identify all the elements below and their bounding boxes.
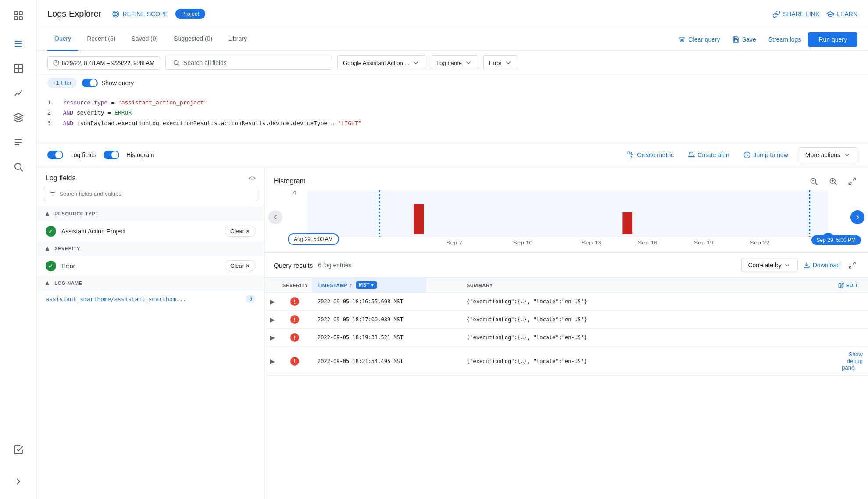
histogram-expand-button[interactable] — [845, 174, 859, 188]
svg-text:Sep 19: Sep 19 — [694, 241, 714, 245]
log-name-selector-button[interactable]: Log name — [431, 55, 478, 70]
histogram-label: Histogram — [126, 151, 154, 158]
severity-chevron-icon: ▲ — [44, 244, 51, 252]
tab-recent[interactable]: Recent (5) — [80, 28, 122, 51]
expand-cell-2[interactable]: ▶ — [265, 312, 277, 327]
th-timestamp[interactable]: TIMESTAMP ↑ MST ▾ — [312, 278, 426, 292]
expand-cell-3[interactable]: ▶ — [265, 330, 277, 345]
search-fields-input[interactable] — [59, 190, 252, 197]
zoom-in-button[interactable] — [826, 174, 840, 188]
log-fields-panel: Log fields <> ▲ RESOURCE TYPE ✓ Assistan — [37, 167, 265, 499]
correlate-by-button[interactable]: Correlate by — [741, 258, 797, 272]
sidebar-logs-icon[interactable] — [8, 132, 29, 153]
severity-label: Error — [489, 60, 502, 66]
learn-label: LEARN — [837, 11, 857, 18]
zoom-out-button[interactable] — [807, 174, 821, 188]
resource-selector-button[interactable]: Google Assistant Action ... — [337, 55, 425, 70]
share-link-button[interactable]: SHARE LINK — [772, 10, 819, 18]
date-range-button[interactable]: 8/29/22, 8:48 AM – 9/29/22, 9:48 AM — [47, 56, 160, 70]
severity-cell-3: ! — [277, 329, 312, 346]
field-checked-icon: ✓ — [46, 226, 56, 237]
sidebar-dashboard-icon[interactable] — [8, 58, 29, 79]
svg-rect-10 — [19, 69, 22, 72]
svg-line-32 — [849, 182, 852, 185]
timestamp-cell-2: 2022-09-05 18:17:00.089 MST — [312, 312, 426, 327]
log-fields-toggle[interactable] — [47, 151, 63, 159]
tab-library[interactable]: Library — [221, 28, 254, 51]
create-metric-button[interactable]: Create metric — [624, 149, 677, 161]
svg-line-53 — [853, 262, 855, 264]
run-query-button[interactable]: Run query — [808, 32, 857, 47]
log-count-badge: 6 log entries — [318, 262, 351, 269]
sidebar-menu-icon[interactable] — [8, 5, 29, 26]
tab-query[interactable]: Query — [47, 28, 78, 51]
filter-icon — [50, 191, 56, 197]
svg-point-17 — [174, 61, 178, 65]
filter-chip[interactable]: +1 filter — [47, 78, 77, 88]
refine-scope-button[interactable]: REFINE SCOPE — [112, 10, 168, 18]
histogram-next-button[interactable] — [850, 210, 864, 224]
search-placeholder: Search all fields — [183, 59, 227, 66]
tab-suggested[interactable]: Suggested (0) — [167, 28, 219, 51]
th-edit[interactable]: EDIT — [833, 278, 868, 292]
end-date-tooltip: Sep 29, 5:00 PM — [811, 235, 861, 245]
resource-label: Google Assistant Action ... — [343, 60, 409, 66]
search-all-fields-input[interactable]: Search all fields — [165, 56, 332, 70]
table-row: ▶ ! 2022-09-05 18:19:31.521 MST {"execut… — [265, 329, 868, 347]
create-alert-button[interactable]: Create alert — [684, 149, 733, 161]
panel-expand-icons[interactable]: <> — [249, 175, 256, 182]
log-name-item[interactable]: assistant_smarthome/assistant_smarthom..… — [37, 291, 264, 307]
jump-to-now-button[interactable]: Jump to now — [740, 149, 791, 161]
severity-selector-button[interactable]: Error — [483, 55, 518, 70]
sidebar-metrics-icon[interactable] — [8, 83, 29, 104]
histogram-prev-button[interactable] — [268, 210, 282, 224]
save-button[interactable]: Save — [727, 36, 761, 43]
assistant-action-project-field: ✓ Assistant Action Project Clear ✕ — [37, 221, 264, 241]
expand-cell-1[interactable]: ▶ — [265, 294, 277, 309]
sidebar-search-icon[interactable] — [8, 156, 29, 177]
svg-text:Sep 16: Sep 16 — [638, 241, 657, 245]
more-actions-button[interactable]: More actions — [799, 147, 857, 162]
log-fields-label: Log fields — [70, 151, 96, 158]
histogram-container: Histogram — [265, 167, 868, 252]
project-badge[interactable]: Project — [175, 9, 205, 19]
resource-type-section-header[interactable]: ▲ RESOURCE TYPE — [37, 206, 264, 221]
svg-line-54 — [849, 266, 851, 268]
query-results: Query results 6 log entries Correlate by… — [265, 252, 868, 499]
svg-point-15 — [116, 14, 117, 14]
svg-text:Sep 10: Sep 10 — [513, 241, 533, 245]
histogram-toggle[interactable] — [104, 151, 119, 159]
app-title: Logs Explorer — [47, 9, 101, 19]
download-button[interactable]: Download — [803, 262, 840, 269]
th-empty — [426, 278, 461, 292]
th-summary: SUMMARY — [461, 278, 833, 292]
mst-badge[interactable]: MST ▾ — [356, 281, 377, 289]
query-tabs: Query Recent (5) Saved (0) Suggested (0)… — [37, 28, 868, 51]
sidebar-collapse-icon[interactable] — [8, 471, 29, 492]
show-query-label: Show query — [101, 79, 134, 86]
resource-type-clear-button[interactable]: Clear ✕ — [225, 226, 256, 237]
table-rows: ▶ ! 2022-09-05 18:16:55.698 MST {"execut… — [265, 293, 868, 376]
sidebar-tasks-icon[interactable] — [8, 439, 29, 460]
show-debug-panel-link[interactable]: Show debug panel — [841, 348, 863, 374]
sidebar-debug-icon[interactable] — [8, 107, 29, 128]
learn-button[interactable]: LEARN — [826, 10, 857, 18]
severity-section-header[interactable]: ▲ SEVERITY — [37, 241, 264, 256]
sidebar-nav-1[interactable] — [8, 33, 29, 54]
svg-text:Sep 7: Sep 7 — [446, 241, 462, 245]
expand-cell-4[interactable]: ▶ — [265, 353, 277, 369]
query-editor[interactable]: 1 resource.type = "assistant_action_proj… — [37, 90, 868, 143]
fullscreen-button[interactable] — [845, 258, 859, 272]
severity-clear-button[interactable]: Clear ✕ — [225, 260, 256, 271]
clear-query-button[interactable]: Clear query — [673, 36, 725, 43]
action-cell-1 — [833, 297, 868, 306]
summary-cell-2: {"executionLog":{…}, "locale":"en-US"} — [461, 312, 833, 327]
show-query-toggle[interactable] — [82, 79, 98, 87]
svg-line-18 — [178, 64, 179, 66]
svg-rect-40 — [414, 204, 424, 234]
log-name-section-header[interactable]: ▲ LOG NAME — [37, 276, 264, 291]
severity-error-icon-3: ! — [290, 333, 299, 342]
timestamp-cell-3: 2022-09-05 18:19:31.521 MST — [312, 330, 426, 345]
tab-saved[interactable]: Saved (0) — [124, 28, 165, 51]
stream-logs-button[interactable]: Stream logs — [763, 36, 807, 43]
